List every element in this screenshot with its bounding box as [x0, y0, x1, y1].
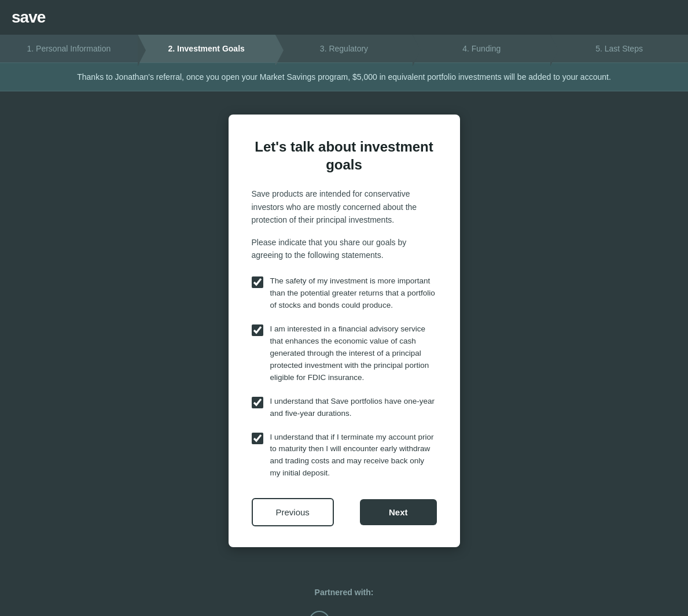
- investment-goals-card: Let's talk about investment goals Save p…: [229, 115, 460, 547]
- next-button[interactable]: Next: [360, 499, 437, 525]
- step-last-steps[interactable]: 5. Last Steps: [550, 35, 688, 62]
- checkbox-wrapper-1[interactable]: [252, 276, 263, 290]
- main-content: Let's talk about investment goals Save p…: [0, 91, 688, 570]
- progress-bar: 1. Personal Information 2. Investment Go…: [0, 35, 688, 62]
- checkbox-item-3: I understand that Save portfolios have o…: [252, 396, 437, 420]
- checkbox-item-1: The safety of my investment is more impo…: [252, 275, 437, 312]
- checkboxes-section: The safety of my investment is more impo…: [252, 275, 437, 479]
- logo: save: [12, 8, 45, 27]
- checkbox-label-3: I understand that Save portfolios have o…: [270, 396, 437, 420]
- checkbox-label-4: I understand that if I terminate my acco…: [270, 431, 437, 480]
- webster-circle-icon: W: [309, 611, 330, 616]
- card-description: Save products are intended for conservat…: [252, 187, 437, 226]
- checkbox-terminate[interactable]: [252, 433, 263, 444]
- partnered-label: Partnered with:: [12, 588, 676, 597]
- footer: Partnered with: SoFi ⁚⁚ + ◂ GALILEO W We…: [0, 570, 688, 616]
- card-instruction: Please indicate that you share our goals…: [252, 236, 437, 262]
- step-regulatory[interactable]: 3. Regulatory: [275, 35, 413, 62]
- footer-logos: SoFi ⁚⁚ + ◂ GALILEO W WebsterBank Webste…: [12, 611, 676, 616]
- checkbox-wrapper-4[interactable]: [252, 433, 263, 447]
- checkbox-wrapper-3[interactable]: [252, 397, 263, 411]
- checkbox-safety[interactable]: [252, 276, 263, 288]
- checkbox-item-4: I understand that if I terminate my acco…: [252, 431, 437, 480]
- step-funding[interactable]: 4. Funding: [413, 35, 550, 62]
- checkbox-item-2: I am interested in a financial advisory …: [252, 323, 437, 384]
- checkbox-wrapper-2[interactable]: [252, 324, 263, 338]
- checkbox-advisory[interactable]: [252, 324, 263, 336]
- step-investment-goals[interactable]: 2. Investment Goals: [138, 35, 275, 62]
- button-row: Previous Next: [252, 498, 437, 526]
- checkbox-label-1: The safety of my investment is more impo…: [270, 275, 437, 312]
- referral-banner: Thanks to Jonathan's referral, once you …: [0, 62, 688, 91]
- checkbox-durations[interactable]: [252, 397, 263, 408]
- webster-bank-logo: W WebsterBank Webster Bank, N.A. Member …: [309, 611, 409, 616]
- card-title: Let's talk about investment goals: [252, 138, 437, 174]
- checkbox-label-2: I am interested in a financial advisory …: [270, 323, 437, 384]
- previous-button[interactable]: Previous: [252, 498, 334, 526]
- step-personal-information[interactable]: 1. Personal Information: [0, 35, 138, 62]
- header: save: [0, 0, 688, 35]
